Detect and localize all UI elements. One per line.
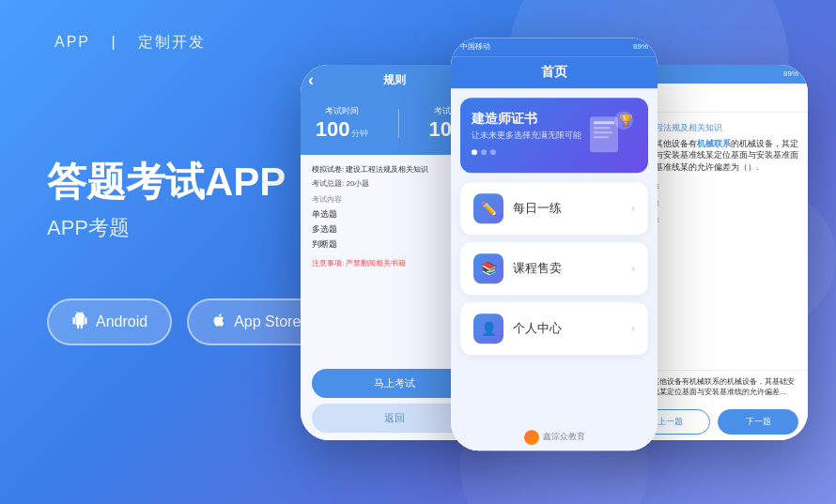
center-screen: 中国移动 89% 首页 建造师证书 让未来更多选择充满无限可能 [451, 38, 658, 451]
single-label: 单选题 [312, 208, 337, 221]
next-btn[interactable]: 下一题 [718, 409, 798, 435]
android-label: Android [96, 313, 147, 330]
apple-icon [211, 312, 226, 332]
svg-rect-2 [594, 127, 611, 129]
profile-arrow: › [631, 322, 635, 335]
time-unit: 分钟 [351, 128, 368, 140]
multi-label: 多选题 [312, 223, 337, 236]
android-icon [71, 312, 88, 332]
svg-rect-4 [594, 136, 609, 138]
phones-container: ‹ 规则 考试时间 100 分钟 考试总分 100 分 [291, 14, 817, 490]
menu-course[interactable]: 📚 课程售卖 › [460, 242, 648, 295]
hero-subtitle: APP考题 [47, 214, 329, 242]
svg-rect-3 [594, 131, 612, 133]
hero-title: 答题考试APP [47, 159, 329, 206]
download-buttons: Android App Store [47, 298, 329, 345]
center-menu: ✏️ 每日一练 › 📚 课程售卖 › 👤 个人中心 › [451, 178, 658, 424]
time-score: 考试时间 100 分钟 [316, 105, 369, 142]
daily-label: 每日一练 [513, 200, 622, 217]
right-battery: 89% [783, 69, 798, 78]
dot-3 [490, 149, 496, 155]
svg-text:🏆: 🏆 [619, 113, 633, 127]
course-icon: 📚 [473, 253, 503, 283]
profile-icon: 👤 [473, 313, 503, 344]
judge-label: 判断题 [312, 238, 337, 251]
battery: 89% [633, 42, 648, 51]
banner-illustration: 🏆 [582, 105, 639, 161]
daily-icon: ✏️ [473, 193, 503, 223]
profile-label: 个人中心 [513, 320, 622, 337]
center-nav-title: 首页 [451, 56, 658, 88]
course-label: 课程售卖 [513, 260, 622, 277]
time-label: 考试时间 [316, 105, 369, 117]
footer-brand: 鑫淙众教育 [543, 431, 585, 443]
footer-logo [524, 430, 539, 445]
menu-profile[interactable]: 👤 个人中心 › [460, 302, 648, 355]
phone-center: 中国移动 89% 首页 建造师证书 让未来更多选择充满无限可能 [451, 38, 658, 451]
back-arrow: ‹ [308, 70, 314, 90]
dot-2 [481, 149, 487, 155]
menu-daily[interactable]: ✏️ 每日一练 › [460, 182, 648, 235]
center-footer: 鑫淙众教育 [451, 424, 658, 451]
course-arrow: › [631, 262, 635, 275]
dot-1 [472, 149, 477, 155]
center-banner: 建造师证书 让未来更多选择充满无限可能 🏆 [460, 98, 648, 173]
carrier: 中国移动 [460, 41, 490, 52]
android-button[interactable]: Android [47, 298, 172, 345]
svg-rect-1 [594, 121, 614, 124]
center-status-bar: 中国移动 89% [451, 38, 658, 56]
rule-title: 规则 [383, 72, 406, 88]
daily-arrow: › [631, 202, 635, 215]
time-value: 100 [316, 117, 350, 142]
left-panel: 答题考试APP APP考题 Android App Store [47, 0, 329, 504]
